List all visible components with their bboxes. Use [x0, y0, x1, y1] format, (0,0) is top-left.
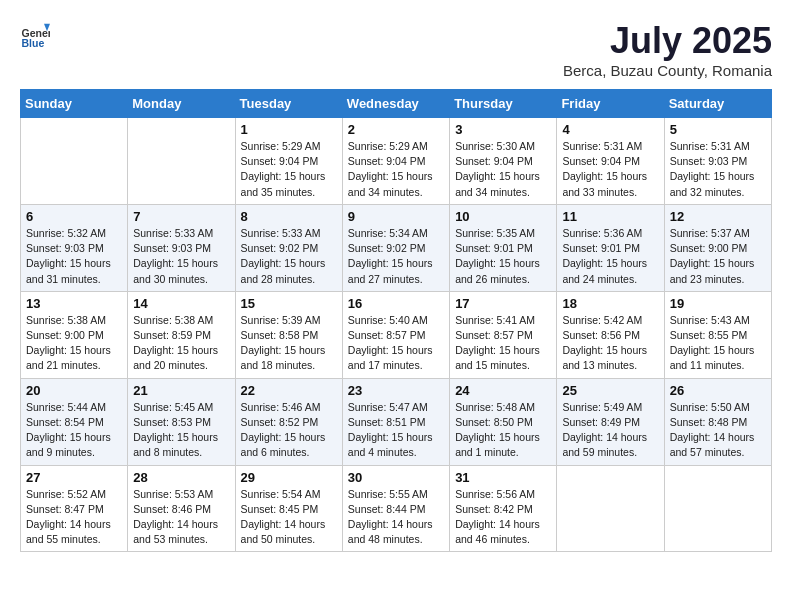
calendar-week-row: 1Sunrise: 5:29 AM Sunset: 9:04 PM Daylig…: [21, 118, 772, 205]
calendar-cell: 2Sunrise: 5:29 AM Sunset: 9:04 PM Daylig…: [342, 118, 449, 205]
logo-icon: General Blue: [20, 20, 50, 50]
day-number: 20: [26, 383, 122, 398]
calendar-cell: 10Sunrise: 5:35 AM Sunset: 9:01 PM Dayli…: [450, 204, 557, 291]
day-info: Sunrise: 5:46 AM Sunset: 8:52 PM Dayligh…: [241, 400, 337, 461]
day-number: 30: [348, 470, 444, 485]
calendar-cell: 4Sunrise: 5:31 AM Sunset: 9:04 PM Daylig…: [557, 118, 664, 205]
day-info: Sunrise: 5:45 AM Sunset: 8:53 PM Dayligh…: [133, 400, 229, 461]
day-info: Sunrise: 5:41 AM Sunset: 8:57 PM Dayligh…: [455, 313, 551, 374]
calendar-table: SundayMondayTuesdayWednesdayThursdayFrid…: [20, 89, 772, 552]
day-number: 17: [455, 296, 551, 311]
day-info: Sunrise: 5:32 AM Sunset: 9:03 PM Dayligh…: [26, 226, 122, 287]
day-number: 28: [133, 470, 229, 485]
day-number: 19: [670, 296, 766, 311]
calendar-cell: 11Sunrise: 5:36 AM Sunset: 9:01 PM Dayli…: [557, 204, 664, 291]
calendar-cell: 18Sunrise: 5:42 AM Sunset: 8:56 PM Dayli…: [557, 291, 664, 378]
day-number: 31: [455, 470, 551, 485]
day-info: Sunrise: 5:35 AM Sunset: 9:01 PM Dayligh…: [455, 226, 551, 287]
day-number: 10: [455, 209, 551, 224]
day-info: Sunrise: 5:37 AM Sunset: 9:00 PM Dayligh…: [670, 226, 766, 287]
calendar-week-row: 27Sunrise: 5:52 AM Sunset: 8:47 PM Dayli…: [21, 465, 772, 552]
calendar-cell: 22Sunrise: 5:46 AM Sunset: 8:52 PM Dayli…: [235, 378, 342, 465]
day-number: 4: [562, 122, 658, 137]
day-number: 12: [670, 209, 766, 224]
day-info: Sunrise: 5:29 AM Sunset: 9:04 PM Dayligh…: [348, 139, 444, 200]
calendar-cell: [128, 118, 235, 205]
day-number: 18: [562, 296, 658, 311]
day-number: 24: [455, 383, 551, 398]
calendar-cell: 5Sunrise: 5:31 AM Sunset: 9:03 PM Daylig…: [664, 118, 771, 205]
day-info: Sunrise: 5:40 AM Sunset: 8:57 PM Dayligh…: [348, 313, 444, 374]
calendar-cell: 6Sunrise: 5:32 AM Sunset: 9:03 PM Daylig…: [21, 204, 128, 291]
calendar-cell: 21Sunrise: 5:45 AM Sunset: 8:53 PM Dayli…: [128, 378, 235, 465]
day-number: 14: [133, 296, 229, 311]
day-number: 5: [670, 122, 766, 137]
day-info: Sunrise: 5:33 AM Sunset: 9:02 PM Dayligh…: [241, 226, 337, 287]
day-number: 9: [348, 209, 444, 224]
day-info: Sunrise: 5:55 AM Sunset: 8:44 PM Dayligh…: [348, 487, 444, 548]
day-info: Sunrise: 5:54 AM Sunset: 8:45 PM Dayligh…: [241, 487, 337, 548]
calendar-cell: 27Sunrise: 5:52 AM Sunset: 8:47 PM Dayli…: [21, 465, 128, 552]
page-header: General Blue July 2025 Berca, Buzau Coun…: [20, 20, 772, 79]
calendar-cell: 23Sunrise: 5:47 AM Sunset: 8:51 PM Dayli…: [342, 378, 449, 465]
calendar-title: July 2025: [563, 20, 772, 62]
calendar-cell: 14Sunrise: 5:38 AM Sunset: 8:59 PM Dayli…: [128, 291, 235, 378]
day-number: 6: [26, 209, 122, 224]
day-info: Sunrise: 5:38 AM Sunset: 8:59 PM Dayligh…: [133, 313, 229, 374]
day-number: 7: [133, 209, 229, 224]
calendar-cell: 19Sunrise: 5:43 AM Sunset: 8:55 PM Dayli…: [664, 291, 771, 378]
calendar-cell: 16Sunrise: 5:40 AM Sunset: 8:57 PM Dayli…: [342, 291, 449, 378]
calendar-cell: 9Sunrise: 5:34 AM Sunset: 9:02 PM Daylig…: [342, 204, 449, 291]
calendar-cell: 3Sunrise: 5:30 AM Sunset: 9:04 PM Daylig…: [450, 118, 557, 205]
calendar-cell: 20Sunrise: 5:44 AM Sunset: 8:54 PM Dayli…: [21, 378, 128, 465]
calendar-week-row: 20Sunrise: 5:44 AM Sunset: 8:54 PM Dayli…: [21, 378, 772, 465]
day-info: Sunrise: 5:56 AM Sunset: 8:42 PM Dayligh…: [455, 487, 551, 548]
day-number: 11: [562, 209, 658, 224]
day-number: 29: [241, 470, 337, 485]
day-number: 8: [241, 209, 337, 224]
title-block: July 2025 Berca, Buzau County, Romania: [563, 20, 772, 79]
day-info: Sunrise: 5:48 AM Sunset: 8:50 PM Dayligh…: [455, 400, 551, 461]
calendar-header-row: SundayMondayTuesdayWednesdayThursdayFrid…: [21, 90, 772, 118]
calendar-week-row: 13Sunrise: 5:38 AM Sunset: 9:00 PM Dayli…: [21, 291, 772, 378]
day-number: 26: [670, 383, 766, 398]
calendar-week-row: 6Sunrise: 5:32 AM Sunset: 9:03 PM Daylig…: [21, 204, 772, 291]
day-number: 27: [26, 470, 122, 485]
calendar-cell: 26Sunrise: 5:50 AM Sunset: 8:48 PM Dayli…: [664, 378, 771, 465]
day-number: 3: [455, 122, 551, 137]
calendar-cell: 7Sunrise: 5:33 AM Sunset: 9:03 PM Daylig…: [128, 204, 235, 291]
day-info: Sunrise: 5:49 AM Sunset: 8:49 PM Dayligh…: [562, 400, 658, 461]
day-number: 13: [26, 296, 122, 311]
day-info: Sunrise: 5:39 AM Sunset: 8:58 PM Dayligh…: [241, 313, 337, 374]
calendar-cell: 24Sunrise: 5:48 AM Sunset: 8:50 PM Dayli…: [450, 378, 557, 465]
day-info: Sunrise: 5:30 AM Sunset: 9:04 PM Dayligh…: [455, 139, 551, 200]
day-number: 16: [348, 296, 444, 311]
day-of-week-header: Thursday: [450, 90, 557, 118]
day-of-week-header: Monday: [128, 90, 235, 118]
day-number: 21: [133, 383, 229, 398]
logo: General Blue: [20, 20, 50, 50]
calendar-cell: [557, 465, 664, 552]
day-info: Sunrise: 5:44 AM Sunset: 8:54 PM Dayligh…: [26, 400, 122, 461]
day-info: Sunrise: 5:38 AM Sunset: 9:00 PM Dayligh…: [26, 313, 122, 374]
calendar-cell: 13Sunrise: 5:38 AM Sunset: 9:00 PM Dayli…: [21, 291, 128, 378]
day-of-week-header: Tuesday: [235, 90, 342, 118]
svg-text:Blue: Blue: [22, 37, 45, 49]
day-info: Sunrise: 5:33 AM Sunset: 9:03 PM Dayligh…: [133, 226, 229, 287]
day-info: Sunrise: 5:53 AM Sunset: 8:46 PM Dayligh…: [133, 487, 229, 548]
calendar-cell: 12Sunrise: 5:37 AM Sunset: 9:00 PM Dayli…: [664, 204, 771, 291]
day-info: Sunrise: 5:36 AM Sunset: 9:01 PM Dayligh…: [562, 226, 658, 287]
calendar-cell: 25Sunrise: 5:49 AM Sunset: 8:49 PM Dayli…: [557, 378, 664, 465]
calendar-cell: 1Sunrise: 5:29 AM Sunset: 9:04 PM Daylig…: [235, 118, 342, 205]
day-info: Sunrise: 5:43 AM Sunset: 8:55 PM Dayligh…: [670, 313, 766, 374]
day-number: 25: [562, 383, 658, 398]
day-of-week-header: Saturday: [664, 90, 771, 118]
calendar-cell: 31Sunrise: 5:56 AM Sunset: 8:42 PM Dayli…: [450, 465, 557, 552]
day-of-week-header: Friday: [557, 90, 664, 118]
day-info: Sunrise: 5:31 AM Sunset: 9:03 PM Dayligh…: [670, 139, 766, 200]
day-of-week-header: Sunday: [21, 90, 128, 118]
calendar-cell: 15Sunrise: 5:39 AM Sunset: 8:58 PM Dayli…: [235, 291, 342, 378]
calendar-cell: 17Sunrise: 5:41 AM Sunset: 8:57 PM Dayli…: [450, 291, 557, 378]
day-info: Sunrise: 5:50 AM Sunset: 8:48 PM Dayligh…: [670, 400, 766, 461]
day-info: Sunrise: 5:52 AM Sunset: 8:47 PM Dayligh…: [26, 487, 122, 548]
